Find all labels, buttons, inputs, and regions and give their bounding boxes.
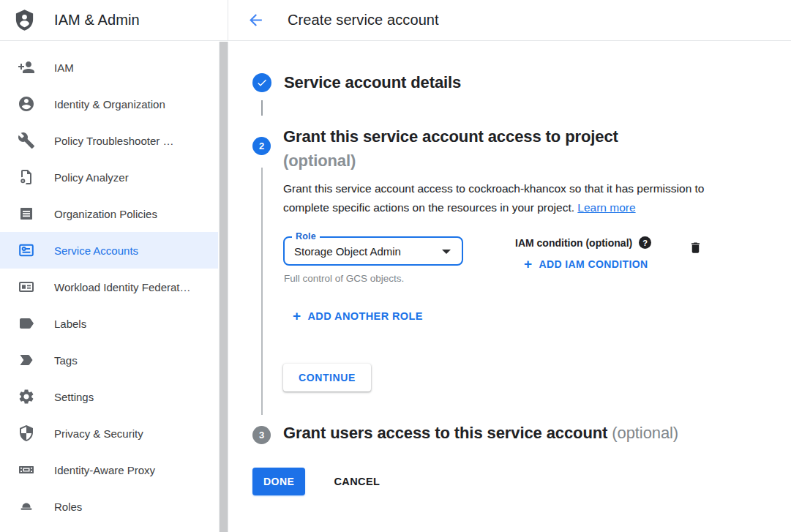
sidebar-item-label: Organization Policies — [54, 208, 157, 220]
sidebar-item-policy-troubleshooter[interactable]: Policy Troubleshooter … — [0, 122, 228, 159]
step1-complete-indicator — [252, 73, 271, 92]
membership-card-icon — [18, 278, 35, 296]
trash-icon — [689, 240, 702, 255]
sidebar-scrollbar — [218, 42, 228, 532]
create-service-account-form: Service account details 2 Grant this ser… — [228, 42, 791, 532]
done-button[interactable]: DONE — [252, 468, 305, 495]
sidebar-item-settings[interactable]: Settings — [0, 378, 228, 415]
person-add-icon — [18, 59, 35, 76]
sidebar-item-label: Tags — [54, 354, 78, 367]
product-header: IAM & Admin — [0, 0, 228, 40]
cancel-button[interactable]: CANCEL — [328, 468, 386, 495]
sidebar-item-privacy-security[interactable]: Privacy & Security — [0, 415, 228, 452]
sidebar-item-label: Identity & Organization — [54, 98, 165, 110]
sidebar-scrollbar-thumb[interactable] — [219, 42, 228, 532]
sidebar-item-label: Workload Identity Federat… — [54, 281, 190, 293]
step3-grant-users-access: 3 Grant users access to this service acc… — [252, 424, 791, 444]
tag-arrow-icon — [18, 351, 35, 369]
sidebar-item-label: Service Accounts — [54, 244, 138, 257]
sidebar-item-identity-aware-proxy[interactable]: Identity-Aware Proxy — [0, 452, 228, 488]
top-app-bar: IAM & Admin Create service account — [0, 0, 791, 41]
back-button[interactable] — [246, 11, 265, 30]
plus-icon: + — [524, 257, 533, 271]
dropdown-caret-icon — [442, 250, 451, 254]
sidebar-item-workload-identity-federation[interactable]: Workload Identity Federat… — [0, 269, 228, 305]
step2-title: Grant this service account access to pro… — [283, 124, 727, 173]
sidebar-item-policy-analyzer[interactable]: Policy Analyzer — [0, 159, 228, 195]
step3-title-text: Grant users access to this service accou… — [283, 424, 607, 442]
form-actions: DONE CANCEL — [252, 468, 791, 495]
product-title: IAM & Admin — [54, 12, 140, 29]
service-account-icon — [18, 241, 35, 259]
iam-admin-sidebar: IAM Identity & Organization Policy Troub… — [0, 42, 228, 532]
step2-grant-access: 2 Grant this service account access to p… — [252, 124, 791, 391]
learn-more-link[interactable]: Learn more — [577, 201, 635, 214]
role-select[interactable]: Role Storage Object Admin — [283, 236, 463, 266]
sidebar-item-organization-policies[interactable]: Organization Policies — [0, 195, 228, 232]
sidebar-item-labels[interactable]: Labels — [0, 305, 228, 342]
add-another-role-button[interactable]: + ADD ANOTHER ROLE — [293, 309, 727, 323]
step2-number-indicator: 2 — [252, 137, 271, 155]
role-binding-row: Role Storage Object Admin Full control o… — [283, 232, 727, 284]
continue-button[interactable]: CONTINUE — [283, 364, 371, 391]
plus-icon: + — [293, 309, 301, 323]
policy-analyzer-icon — [18, 168, 35, 186]
wrench-icon — [18, 132, 35, 149]
sidebar-item-iam[interactable]: IAM — [0, 49, 228, 86]
add-iam-condition-label: ADD IAM CONDITION — [539, 258, 648, 270]
document-lines-icon — [18, 205, 35, 222]
sidebar-item-label: Identity-Aware Proxy — [54, 464, 155, 476]
sidebar-item-service-accounts[interactable]: Service Accounts — [0, 232, 228, 269]
iam-condition-label: IAM condition (optional) — [515, 237, 632, 249]
gear-icon — [18, 388, 35, 405]
step3-optional-label: (optional) — [612, 424, 678, 442]
role-field-label: Role — [292, 231, 320, 241]
sidebar-item-label: Policy Troubleshooter … — [54, 135, 173, 147]
sidebar-item-label: Privacy & Security — [54, 427, 143, 440]
arrow-back-icon — [247, 11, 265, 29]
add-another-role-label: ADD ANOTHER ROLE — [308, 310, 423, 322]
sidebar-item-label: IAM — [54, 61, 74, 74]
role-column: Role Storage Object Admin Full control o… — [283, 232, 463, 284]
proxy-icon — [18, 461, 35, 479]
step2-description: Grant this service account access to coc… — [283, 179, 727, 217]
sidebar-item-identity-organization[interactable]: Identity & Organization — [0, 86, 228, 122]
account-circle-icon — [18, 95, 35, 113]
role-selected-value: Storage Object Admin — [285, 238, 462, 265]
iam-condition-column: IAM condition (optional) ? + ADD IAM CON… — [515, 232, 651, 271]
sidebar-item-label: Labels — [54, 318, 86, 330]
label-icon — [18, 315, 35, 332]
sidebar-item-label: Policy Analyzer — [54, 171, 129, 184]
step2-optional-label: (optional) — [283, 149, 727, 173]
step2-description-text: Grant this service account access to coc… — [283, 182, 704, 214]
page-title: Create service account — [288, 12, 439, 29]
step-connector-line — [261, 168, 263, 415]
shield-half-icon — [18, 424, 35, 442]
sidebar-item-label: Settings — [54, 391, 94, 403]
page-header: Create service account — [228, 0, 791, 40]
step3-title: Grant users access to this service accou… — [283, 424, 678, 444]
delete-role-button[interactable] — [689, 240, 702, 255]
add-iam-condition-button[interactable]: + ADD IAM CONDITION — [524, 257, 651, 271]
step1-service-account-details: Service account details — [252, 73, 791, 92]
step1-title: Service account details — [284, 73, 461, 92]
check-icon — [256, 77, 268, 89]
role-helper-text: Full control of GCS objects. — [283, 273, 463, 284]
step3-number-indicator: 3 — [252, 426, 271, 444]
step-connector-line — [261, 100, 263, 116]
iam-admin-shield-logo-icon — [13, 9, 36, 31]
help-icon[interactable]: ? — [639, 236, 651, 249]
hard-hat-icon — [18, 498, 35, 515]
sidebar-item-label: Roles — [54, 501, 82, 513]
sidebar-item-roles[interactable]: Roles — [0, 488, 228, 525]
sidebar-item-tags[interactable]: Tags — [0, 342, 228, 378]
step2-title-text: Grant this service account access to pro… — [283, 127, 618, 146]
